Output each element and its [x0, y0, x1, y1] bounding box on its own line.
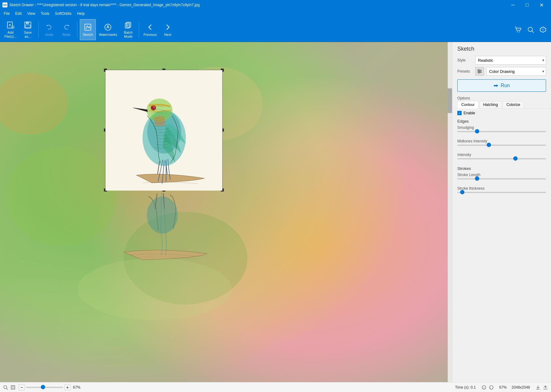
tab-contour[interactable]: Contour: [457, 101, 479, 108]
zoom-out-button[interactable]: −: [19, 384, 25, 390]
redo-button[interactable]: Redo: [58, 19, 75, 40]
redo-label: Redo: [62, 33, 70, 37]
stroke-length-section: Stroke Length: [452, 171, 551, 185]
stroke-length-label: Stroke Length: [457, 173, 546, 177]
menu-tools[interactable]: Tools: [38, 11, 52, 16]
svg-point-53: [489, 386, 493, 389]
info2-icon[interactable]: i: [488, 384, 494, 390]
svg-point-18: [519, 31, 520, 32]
svg-text:i: i: [490, 386, 491, 389]
add-file-label: AddFile(s)...: [4, 31, 17, 39]
sketch-selection: [105, 70, 223, 190]
intensity-label: Intensity: [457, 153, 546, 157]
app-icon: SD: [2, 2, 7, 7]
svg-point-46: [478, 72, 480, 73]
save-as-icon: [23, 20, 33, 30]
style-select[interactable]: Realistic Pencil Charcoal Ink: [475, 56, 546, 65]
svg-rect-8: [25, 25, 30, 27]
minimize-button[interactable]: ─: [506, 0, 520, 10]
svg-point-45: [480, 71, 481, 72]
sketch-button[interactable]: Sketch: [80, 19, 96, 40]
bottom-bar: − + 67% Time (s): 0.1 i i 67% 20: [0, 382, 551, 392]
menu-softorbits[interactable]: SoftOrbits: [53, 11, 74, 16]
title-bar: SD Sketch Drawer - ****Unregistered vers…: [0, 0, 551, 10]
intensity-thumb[interactable]: [513, 156, 518, 161]
enable-checkbox[interactable]: ✓: [457, 111, 462, 115]
presets-row: Presets Color Drawing Black & White Penc…: [452, 66, 551, 77]
options-tabs: Contour Hatching Colorize: [452, 101, 551, 108]
svg-point-35: [154, 107, 155, 108]
smudging-slider[interactable]: [457, 131, 546, 132]
svg-point-44: [478, 70, 479, 71]
toolbar-sep-2: [77, 22, 77, 38]
stroke-thickness-label: Stroke thickness: [457, 186, 546, 191]
menu-bar: File Edit View Tools SoftOrbits Help: [0, 10, 551, 17]
right-panel: Sketch Style Realistic Pencil Charcoal I…: [452, 42, 551, 382]
scroll-thumb[interactable]: [448, 88, 452, 113]
sketch-icon: [83, 22, 93, 32]
add-file-button[interactable]: AddFile(s)...: [2, 19, 19, 40]
watermarks-icon: [103, 22, 113, 32]
status-right: Time (s): 0.1 i i 67% 2048x2048: [455, 384, 549, 390]
svg-rect-7: [26, 22, 29, 24]
svg-point-24: [6, 147, 117, 246]
stroke-length-slider[interactable]: [457, 178, 546, 179]
menu-file[interactable]: File: [1, 11, 12, 16]
presets-select[interactable]: Color Drawing Black & White Pencil Sketc…: [486, 67, 546, 76]
menu-help[interactable]: Help: [75, 11, 87, 16]
save-as-button[interactable]: Saveas...: [20, 19, 36, 40]
download-icon[interactable]: [535, 384, 541, 390]
midtones-section: Midtones Intensity: [452, 138, 551, 151]
strokes-title: Strokes: [452, 165, 551, 171]
search-icon-button[interactable]: [525, 24, 536, 35]
enable-row: ✓ Enable: [452, 108, 551, 118]
svg-rect-49: [11, 386, 15, 389]
presets-icon[interactable]: [475, 67, 484, 76]
toolbar-sep-1: [38, 22, 39, 38]
svg-line-48: [6, 388, 8, 390]
next-button[interactable]: Next: [160, 19, 176, 40]
batch-mode-button[interactable]: BatchMode: [120, 19, 136, 40]
menu-edit[interactable]: Edit: [13, 11, 24, 16]
canvas-area[interactable]: [0, 42, 452, 382]
maximize-button[interactable]: □: [520, 0, 534, 10]
close-button[interactable]: ✕: [534, 0, 549, 10]
style-select-wrapper[interactable]: Realistic Pencil Charcoal Ink: [475, 56, 546, 65]
midtones-thumb[interactable]: [487, 143, 491, 147]
undo-icon: [44, 22, 54, 32]
zoom-in-button[interactable]: +: [64, 384, 70, 390]
cube-icon-button[interactable]: [537, 24, 549, 35]
stroke-length-thumb[interactable]: [475, 176, 479, 181]
zoom-slider-thumb[interactable]: [41, 385, 45, 389]
batch-mode-icon: [123, 20, 133, 30]
bottom-left-icons: [2, 384, 16, 390]
share-icon[interactable]: [542, 384, 549, 390]
run-button[interactable]: ➡ Run: [457, 79, 546, 92]
menu-view[interactable]: View: [25, 11, 38, 16]
stroke-thickness-thumb[interactable]: [460, 190, 464, 194]
title-bar-left: SD Sketch Drawer - ****Unregistered vers…: [2, 2, 200, 7]
smudging-thumb[interactable]: [475, 129, 479, 133]
undo-button[interactable]: Undo: [41, 19, 57, 40]
run-label: Run: [501, 83, 510, 88]
title-bar-controls: ─ □ ✕: [506, 0, 549, 10]
watermarks-button[interactable]: Watermarks: [97, 19, 119, 40]
frame-icon[interactable]: [10, 384, 16, 390]
vertical-scrollbar[interactable]: [448, 42, 452, 382]
time-status: Time (s): 0.1: [455, 385, 476, 390]
run-arrow-icon: ➡: [493, 82, 498, 89]
zoom-slider[interactable]: [26, 387, 63, 388]
zoom-icon[interactable]: [2, 384, 9, 390]
main-area: Sketch Style Realistic Pencil Charcoal I…: [0, 42, 551, 382]
previous-button[interactable]: Previous: [142, 19, 159, 40]
info-icon[interactable]: i: [481, 384, 487, 390]
intensity-slider[interactable]: [457, 158, 546, 159]
presets-select-wrapper[interactable]: Color Drawing Black & White Pencil Sketc…: [486, 67, 546, 76]
midtones-slider[interactable]: [457, 145, 546, 146]
stroke-thickness-slider[interactable]: [457, 192, 546, 193]
zoom-level: 67%: [73, 385, 80, 390]
title-text: Sketch Drawer - ****Unregistered version…: [9, 3, 200, 7]
tab-hatching[interactable]: Hatching: [479, 101, 502, 108]
cart-icon-button[interactable]: [513, 24, 524, 35]
tab-colorize[interactable]: Colorize: [502, 101, 524, 108]
